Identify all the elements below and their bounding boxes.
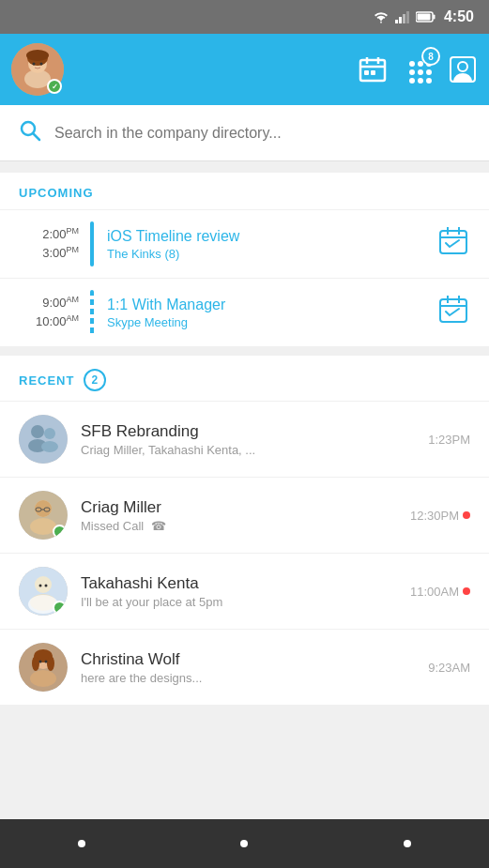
sfb-info: SFB Rebranding Criag Miller, Takahashi K… [81, 422, 415, 457]
svg-point-25 [418, 78, 423, 84]
status-bar: 4:50 [0, 0, 489, 34]
svg-line-32 [34, 133, 40, 140]
sfb-name: SFB Rebranding [81, 422, 415, 441]
takahashi-status [53, 601, 67, 615]
event-details-2: 1:1 With Manager Skype Meeting [107, 297, 438, 329]
upcoming-section-header: UPCOMING [0, 173, 489, 209]
svg-point-45 [41, 441, 58, 452]
svg-rect-33 [440, 231, 466, 253]
svg-rect-37 [440, 299, 466, 322]
event-item-2[interactable]: 9:00AM 10:00AM 1:1 With Manager Skype Me… [0, 278, 489, 346]
wifi-icon [373, 10, 390, 23]
takahashi-subtitle: I'll be at your place at 5pm [81, 595, 397, 609]
criag-time: 12:30PM [410, 509, 470, 523]
svg-point-65 [39, 661, 42, 663]
svg-rect-0 [395, 20, 398, 23]
criag-avatar [19, 491, 68, 540]
svg-point-64 [47, 656, 54, 671]
recent-item-sfb[interactable]: SFB Rebranding Criag Miller, Takahashi K… [0, 401, 489, 477]
battery-icon [416, 11, 436, 23]
event-time-2: 9:00AM 10:00AM [19, 294, 79, 330]
svg-point-13 [40, 63, 43, 66]
svg-point-30 [458, 62, 467, 71]
search-icon [19, 119, 41, 147]
christina-subtitle: here are the designs... [81, 671, 415, 685]
svg-point-41 [19, 415, 68, 464]
christina-time: 9:23AM [428, 661, 470, 675]
svg-rect-1 [399, 17, 402, 23]
christina-info: Christina Wolf here are the designs... [81, 650, 415, 685]
event-border-1 [90, 221, 94, 266]
event-end-2: 10:00AM [36, 312, 79, 331]
svg-point-22 [409, 69, 415, 75]
recent-item-takahashi[interactable]: Takahashi Kenta I'll be at your place at… [0, 553, 489, 629]
unread-dot-criag [463, 511, 470, 519]
avatar-status-indicator [47, 79, 62, 94]
recent-badge: 2 [84, 369, 106, 391]
svg-rect-6 [417, 14, 430, 21]
calendar-button[interactable] [358, 54, 388, 84]
svg-point-61 [30, 670, 56, 687]
keypad-button[interactable]: 8 [403, 54, 433, 84]
criag-info: Criag Miller Missed Call ☎ [81, 498, 397, 533]
svg-point-11 [26, 50, 49, 61]
sfb-subtitle: Criag Miller, Takahashi Kenta, ... [81, 443, 415, 457]
bottom-nav-dot-3[interactable] [404, 840, 411, 847]
svg-point-44 [44, 428, 55, 439]
svg-rect-2 [403, 14, 405, 23]
svg-rect-18 [364, 70, 369, 75]
search-bar [0, 105, 489, 161]
event-subtitle-2: Skype Meeting [107, 315, 438, 329]
unread-dot-takahashi [463, 587, 470, 595]
main-content: UPCOMING 2:00PM 3:00PM iOS Timeline revi… [0, 161, 489, 819]
status-time: 4:50 [444, 8, 474, 25]
event-calendar-icon-1 [438, 225, 470, 264]
event-item-1[interactable]: 2:00PM 3:00PM iOS Timeline review The Ki… [0, 209, 489, 278]
keypad-badge: 8 [421, 47, 440, 66]
event-calendar-icon-2 [438, 294, 470, 332]
takahashi-name: Takahashi Kenta [81, 574, 397, 593]
svg-point-28 [426, 78, 432, 84]
event-title-1: iOS Timeline review [107, 228, 438, 245]
svg-point-23 [418, 69, 423, 75]
criag-subtitle: Missed Call ☎ [81, 519, 397, 533]
sfb-time: 1:23PM [428, 433, 470, 447]
search-input[interactable] [54, 125, 470, 142]
event-border-2 [90, 290, 94, 335]
svg-point-24 [409, 78, 415, 84]
header-icons: 8 [358, 54, 478, 84]
criag-status [53, 525, 67, 539]
recent-section-header: RECENT 2 [0, 356, 489, 401]
status-icons [373, 10, 436, 23]
svg-point-42 [31, 425, 44, 438]
event-start-1: 2:00PM [42, 225, 79, 244]
contact-icon [448, 54, 478, 84]
svg-point-57 [39, 585, 42, 587]
event-subtitle-1: The Kinks (8) [107, 247, 438, 261]
svg-point-27 [426, 69, 432, 75]
christina-avatar [19, 643, 68, 692]
header-bar: 8 [0, 34, 489, 105]
recent-item-criag[interactable]: Criag Miller Missed Call ☎ 12:30PM [0, 477, 489, 553]
contact-button[interactable] [448, 54, 478, 84]
user-avatar-wrap[interactable] [11, 43, 64, 96]
calendar-icon [358, 54, 388, 84]
event-title-2: 1:1 With Manager [107, 297, 438, 313]
recent-item-christina[interactable]: Christina Wolf here are the designs... 9… [0, 629, 489, 705]
recent-card: RECENT 2 SFB Rebranding Criag Miller, Ta… [0, 356, 489, 705]
svg-point-54 [35, 576, 52, 593]
event-time-1: 2:00PM 3:00PM [19, 225, 79, 262]
svg-rect-3 [406, 11, 409, 23]
event-details-1: iOS Timeline review The Kinks (8) [107, 228, 438, 261]
criag-name: Criag Miller [81, 498, 397, 517]
bottom-nav-dot-1[interactable] [78, 840, 85, 847]
takahashi-avatar [19, 567, 68, 616]
svg-point-58 [45, 585, 48, 587]
svg-rect-19 [371, 70, 375, 75]
takahashi-info: Takahashi Kenta I'll be at your place at… [81, 574, 397, 609]
christina-name: Christina Wolf [81, 650, 415, 669]
event-end-1: 3:00PM [42, 244, 79, 263]
takahashi-time: 11:00AM [410, 585, 470, 599]
bottom-nav-dot-2[interactable] [240, 840, 248, 847]
svg-point-66 [45, 661, 48, 663]
